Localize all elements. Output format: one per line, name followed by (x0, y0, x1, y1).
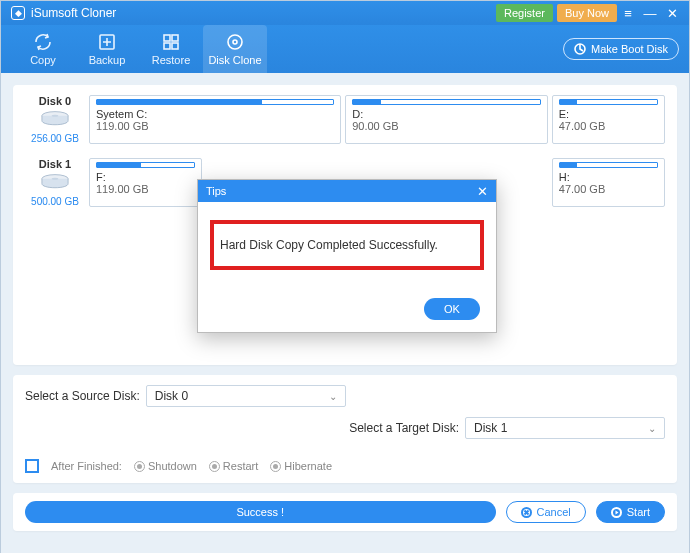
partition-size: 90.00 GB (352, 120, 541, 132)
partition-usage-bar (96, 99, 334, 105)
disk-name: Disk 0 (39, 95, 71, 107)
partition-usage-bar (352, 99, 541, 105)
dialog-header: Tips ✕ (198, 180, 496, 202)
make-boot-label: Make Boot Disk (591, 43, 668, 55)
partition[interactable]: D:90.00 GB (345, 95, 548, 144)
svg-rect-2 (172, 35, 178, 41)
disk-head: Disk 1500.00 GB (25, 158, 85, 207)
menu-icon[interactable]: ≡ (617, 6, 639, 21)
dialog-title: Tips (206, 185, 226, 197)
dialog-message-highlight: Hard Disk Copy Completed Successfully. (210, 220, 484, 270)
chevron-down-icon: ⌄ (329, 391, 337, 402)
target-disk-dropdown[interactable]: Disk 1 ⌄ (465, 417, 665, 439)
disk-drive-icon (38, 107, 72, 133)
source-disk-dropdown[interactable]: Disk 0 ⌄ (146, 385, 346, 407)
dropdown-value: Disk 1 (474, 421, 507, 435)
svg-point-6 (233, 40, 237, 44)
partition-size: 47.00 GB (559, 120, 658, 132)
dialog-close-icon[interactable]: ✕ (477, 184, 488, 199)
partition-usage-bar (96, 162, 195, 168)
progress-bar: Success ! (25, 501, 496, 523)
tab-restore[interactable]: Restore (139, 25, 203, 73)
restore-icon (161, 32, 181, 52)
tab-label: Restore (152, 54, 191, 66)
tab-backup[interactable]: Backup (75, 25, 139, 73)
ok-label: OK (444, 303, 460, 315)
dialog-ok-button[interactable]: OK (424, 298, 480, 320)
disk-head: Disk 0256.00 GB (25, 95, 85, 144)
svg-rect-1 (164, 35, 170, 41)
titlebar: ◆ iSumsoft Cloner Register Buy Now ≡ — ✕ (1, 1, 689, 25)
cancel-label: Cancel (537, 506, 571, 518)
tab-label: Disk Clone (208, 54, 261, 66)
partition-usage-bar (559, 162, 658, 168)
hibernate-radio[interactable]: Hibernate (270, 460, 332, 473)
refresh-icon (33, 32, 53, 52)
selector-panel: Select a Source Disk: Disk 0 ⌄ Select a … (13, 375, 677, 483)
tab-copy[interactable]: Copy (11, 25, 75, 73)
svg-point-5 (228, 35, 242, 49)
partition-letter: Syetem C: (96, 108, 334, 120)
disk-name: Disk 1 (39, 158, 71, 170)
disk-row: Disk 0256.00 GBSyetem C:119.00 GBD:90.00… (25, 95, 665, 144)
minimize-icon[interactable]: — (639, 6, 661, 21)
partition[interactable]: Syetem C:119.00 GB (89, 95, 341, 144)
disk-capacity: 500.00 GB (31, 196, 79, 207)
after-finished-label: After Finished: (51, 460, 122, 472)
disk-drive-icon (38, 170, 72, 196)
boot-disk-icon (574, 43, 586, 55)
make-boot-disk-button[interactable]: Make Boot Disk (563, 38, 679, 60)
partition-letter: D: (352, 108, 541, 120)
partition[interactable]: F:119.00 GB (89, 158, 202, 207)
tab-label: Copy (30, 54, 56, 66)
tab-disk-clone[interactable]: Disk Clone (203, 25, 267, 73)
partition-letter: F: (96, 171, 195, 183)
partition[interactable]: E:47.00 GB (552, 95, 665, 144)
disk-clone-icon (225, 32, 245, 52)
progress-text: Success ! (236, 506, 284, 518)
close-icon[interactable]: ✕ (661, 6, 683, 21)
source-disk-label: Select a Source Disk: (25, 389, 140, 403)
partition-usage-bar (559, 99, 658, 105)
partition[interactable]: H:47.00 GB (552, 158, 665, 207)
svg-point-11 (52, 178, 59, 180)
chevron-down-icon: ⌄ (648, 423, 656, 434)
buy-now-button[interactable]: Buy Now (557, 4, 617, 22)
backup-icon (97, 32, 117, 52)
tab-label: Backup (89, 54, 126, 66)
svg-point-9 (52, 115, 59, 117)
register-button[interactable]: Register (496, 4, 553, 22)
toolbar: Copy Backup Restore Disk Clone Make Boot… (1, 25, 689, 73)
partition-letter: H: (559, 171, 658, 183)
cancel-icon (521, 507, 532, 518)
partition-size: 119.00 GB (96, 120, 334, 132)
cancel-button[interactable]: Cancel (506, 501, 586, 523)
play-icon (611, 507, 622, 518)
tips-dialog: Tips ✕ Hard Disk Copy Completed Successf… (197, 179, 497, 333)
disk-capacity: 256.00 GB (31, 133, 79, 144)
action-panel: Success ! Cancel Start (13, 493, 677, 531)
svg-rect-4 (172, 43, 178, 49)
shutdown-radio[interactable]: Shutdown (134, 460, 197, 473)
restart-radio[interactable]: Restart (209, 460, 258, 473)
dropdown-value: Disk 0 (155, 389, 188, 403)
after-finished-checkbox[interactable] (25, 459, 39, 473)
partition-size: 47.00 GB (559, 183, 658, 195)
start-label: Start (627, 506, 650, 518)
partition-letter: E: (559, 108, 658, 120)
target-disk-label: Select a Target Disk: (349, 421, 459, 435)
app-title: iSumsoft Cloner (31, 6, 116, 20)
dialog-message: Hard Disk Copy Completed Successfully. (220, 238, 438, 252)
app-logo-icon: ◆ (11, 6, 25, 20)
partition-size: 119.00 GB (96, 183, 195, 195)
start-button[interactable]: Start (596, 501, 665, 523)
svg-rect-3 (164, 43, 170, 49)
